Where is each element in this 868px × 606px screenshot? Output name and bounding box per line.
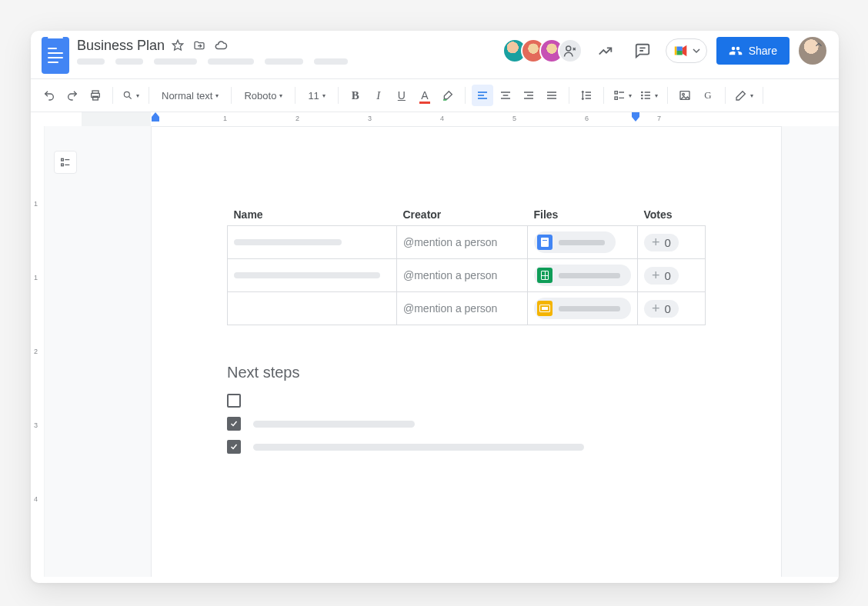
file-name-placeholder [559,306,620,311]
checkbox[interactable] [227,440,241,454]
file-chip[interactable] [534,265,631,286]
vote-count: 0 [665,269,671,282]
align-right-button[interactable] [518,85,539,106]
vote-count: 0 [665,302,671,315]
svg-point-10 [642,98,643,98]
checklist-text-placeholder [253,444,584,451]
svg-point-1 [566,46,570,51]
align-left-button[interactable] [472,85,493,106]
move-icon[interactable] [191,37,208,54]
table-row[interactable]: @mention a person+0 [228,226,706,259]
svg-rect-6 [615,92,617,94]
fontsize-select[interactable]: 11▾ [302,85,331,106]
indent-marker-left-icon[interactable] [151,111,160,123]
svg-rect-16 [62,164,64,166]
checklist-button[interactable]: ▾ [610,85,635,106]
document-title[interactable]: Business Plan [77,37,165,54]
align-center-button[interactable] [495,85,516,106]
project-table[interactable]: Name Creator Files Votes @mention a pers… [227,204,706,325]
checklist-item[interactable] [227,394,706,408]
sheet-file-icon [537,268,553,283]
docs-app-icon[interactable] [42,37,69,74]
doc-file-icon [537,235,553,250]
vote-count: 0 [665,236,671,249]
line-spacing-button[interactable] [576,85,597,106]
menubar [77,58,425,65]
file-chip[interactable] [534,298,631,319]
checkbox[interactable] [227,394,241,408]
svg-marker-13 [152,112,159,122]
file-chip[interactable] [534,231,616,253]
font-label: Roboto [244,90,276,102]
font-select[interactable]: Roboto▾ [238,85,289,106]
checklist-text-placeholder [253,421,415,428]
svg-point-8 [642,92,643,92]
checklist-item[interactable] [227,440,706,454]
star-icon[interactable] [169,37,186,54]
align-justify-button[interactable] [541,85,563,106]
show-outline-button[interactable] [54,151,77,174]
slide-file-icon [537,301,553,316]
table-header: Creator [397,204,528,226]
svg-rect-7 [615,97,617,99]
share-button[interactable]: Share [716,37,790,65]
vote-chip[interactable]: +0 [644,267,679,285]
undo-button[interactable] [38,85,60,106]
checkbox[interactable] [227,417,241,431]
vote-chip[interactable]: +0 [644,300,679,318]
mention-placeholder[interactable]: @mention a person [403,236,497,248]
indent-marker-right-icon[interactable] [631,111,640,123]
checklist-item[interactable] [227,417,706,431]
meet-button[interactable] [666,38,707,63]
comment-history-icon[interactable] [629,37,656,65]
cloud-status-icon[interactable] [212,37,229,54]
mention-placeholder[interactable]: @mention a person [403,302,497,315]
table-header: Votes [638,204,706,226]
activity-icon[interactable] [592,37,619,65]
svg-marker-14 [632,112,639,122]
section-heading[interactable]: Next steps [227,364,706,381]
style-select[interactable]: Normal text▾ [155,85,225,106]
titlebar: Business Plan [31,31,839,78]
table-row[interactable]: @mention a person+0 [228,259,706,292]
anonymous-avatar[interactable] [558,38,583,63]
insert-image-button[interactable] [674,85,696,106]
italic-button[interactable]: I [368,85,389,106]
menu-item[interactable] [115,58,143,65]
bulleted-list-button[interactable]: ▾ [636,85,661,106]
name-placeholder [234,272,380,278]
svg-rect-15 [62,158,64,161]
zoom-select[interactable]: ▾ [119,85,142,106]
collapse-toolbar-button[interactable] [808,34,830,55]
underline-button[interactable]: U [391,85,412,106]
table-row[interactable]: @mention a person+0 [228,292,706,325]
toolbar: ▾ Normal text▾ Roboto▾ 11▾ B I U A ▾ ▾ G… [31,79,839,112]
app-window: Business Plan [31,31,839,583]
table-header: Files [528,204,638,226]
svg-point-5 [124,92,129,97]
editing-mode-button[interactable]: ▾ [732,85,756,106]
presence-avatars[interactable] [502,38,583,63]
editor-canvas: 1 1 2 3 4 Name Creator Files Votes @ment… [31,126,839,577]
file-name-placeholder [559,240,605,245]
horizontal-ruler[interactable]: 1 2 3 4 5 6 7 [31,112,839,126]
redo-button[interactable] [62,85,83,106]
print-button[interactable] [85,85,106,106]
menu-item[interactable] [208,58,254,65]
svg-marker-0 [172,40,182,50]
highlight-button[interactable] [437,85,459,106]
style-label: Normal text [162,90,212,102]
mention-placeholder[interactable]: @mention a person [403,269,497,281]
file-name-placeholder [559,273,620,278]
menu-item[interactable] [77,58,105,65]
menu-item[interactable] [154,58,197,65]
bold-button[interactable]: B [345,85,366,106]
menu-item[interactable] [314,58,348,65]
menu-item[interactable] [265,58,303,65]
vote-chip[interactable]: +0 [644,234,679,251]
svg-point-12 [683,93,685,95]
insert-special-button[interactable]: G [697,85,719,106]
vertical-ruler[interactable]: 1 1 2 3 4 [31,126,45,577]
document-page[interactable]: Name Creator Files Votes @mention a pers… [151,126,782,577]
text-color-button[interactable]: A [414,85,436,106]
